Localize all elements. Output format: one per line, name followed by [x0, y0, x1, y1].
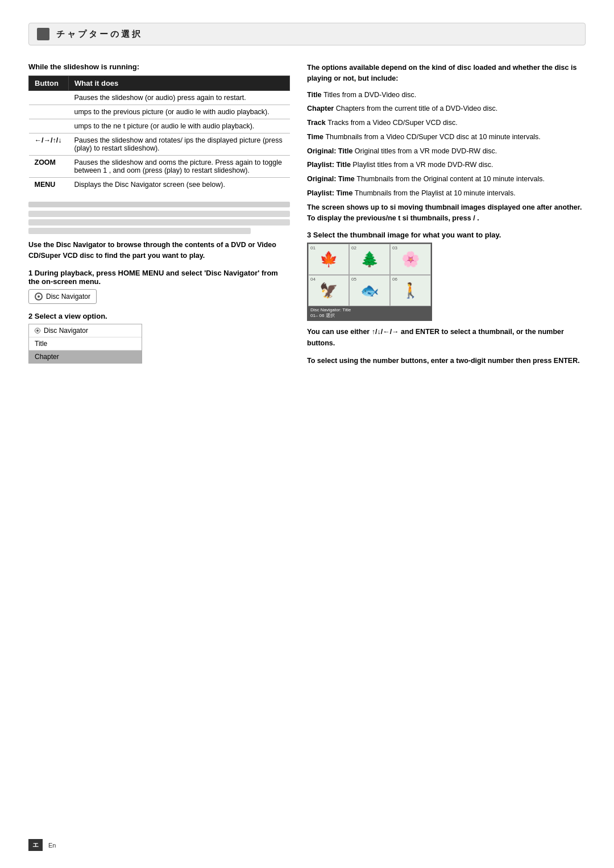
footer-lang: En: [48, 842, 56, 849]
table-row: Pauses the slideshow (or audio) press ag…: [29, 91, 290, 105]
left-column: While the slideshow is running: Button W…: [28, 62, 290, 373]
button-cell: ZOOM: [29, 156, 69, 178]
option-label: Track: [307, 119, 327, 127]
button-cell: [29, 119, 69, 133]
option-label: Playlist: Time: [307, 189, 355, 197]
page: チャプターの選択 While the slideshow is running:…: [0, 0, 614, 868]
thumb-icon: 🦅: [320, 282, 338, 299]
header-bar: チャプターの選択: [28, 23, 586, 45]
desc-cell: Pauses the slideshow (or audio) press ag…: [69, 91, 290, 105]
grey-line-2: [28, 219, 290, 226]
thumb-cell[interactable]: 01🍁: [308, 244, 349, 275]
option-desc: Titles from a DVD-Video disc.: [323, 91, 416, 99]
enter-desc: You can use either ↑/↓/←/→ and ENTER to …: [307, 327, 586, 349]
thumb-num: 01: [310, 245, 316, 251]
option-item: Track Tracks from a Video CD/Super VCD d…: [307, 118, 586, 128]
footer-page-label: エ: [28, 839, 43, 851]
option-item: Original: Time Thumbnails from the Origi…: [307, 174, 586, 185]
option-desc: Thumbnails from a Video CD/Super VCD dis…: [325, 133, 540, 141]
number-desc: To select using the number buttons, ente…: [307, 356, 586, 366]
thumb-num: 06: [392, 277, 397, 282]
header-title: チャプターの選択: [56, 29, 577, 40]
button-cell: MENU: [29, 178, 69, 192]
thumb-num: 03: [392, 245, 397, 251]
thumb-cell[interactable]: 06🚶: [390, 275, 431, 306]
desc-cell: Pauses the slideshow and rotates/ ips th…: [69, 133, 290, 156]
disc-navigator-button[interactable]: Disc Navigator: [28, 289, 97, 304]
menu-disc-nav[interactable]: Disc Navigator: [29, 324, 142, 337]
option-desc: Tracks from a Video CD/Super VCD disc.: [327, 119, 458, 127]
thumb-row-2: 04🦅05🐟06🚶: [308, 275, 431, 306]
thumb-row-1: 01🍁02🌲03🌸: [308, 244, 431, 275]
main-content: While the slideshow is running: Button W…: [28, 62, 586, 373]
step1-text: 1 During playback, press HOME MENU and s…: [28, 269, 290, 286]
button-cell: [29, 105, 69, 119]
col-button: Button: [29, 76, 69, 91]
table-row: MENUDisplays the Disc Navigator screen (…: [29, 178, 290, 192]
thumb-num: 05: [351, 277, 356, 282]
disc-nav-icon: [35, 293, 43, 301]
thumb-num: 04: [310, 277, 316, 282]
thumbnail-grid: 01🍁02🌲03🌸 04🦅05🐟06🚶 Disc Navigator: Titl…: [307, 243, 432, 321]
table-row: ←/→/↑/↓Pauses the slideshow and rotates/…: [29, 133, 290, 156]
options-intro: The options available depend on the kind…: [307, 62, 586, 84]
thumb-caption-line1: Disc Navigator: Title: [310, 307, 429, 312]
option-desc: Playlist titles from a VR mode DVD-RW di…: [352, 161, 493, 169]
disc-nav-desc: Use the Disc Navigator to browse through…: [28, 240, 290, 262]
disc-nav-label: Disc Navigator: [46, 293, 90, 301]
option-label: Title: [307, 91, 323, 99]
chapter-icon: [37, 28, 49, 40]
thumb-icon: 🌲: [360, 251, 379, 268]
button-table: Button What it does Pauses the slideshow…: [28, 76, 290, 191]
option-item: Playlist: Title Playlist titles from a V…: [307, 160, 586, 170]
step2-text: 2 Select a view option.: [28, 312, 290, 320]
desc-cell: umps to the ne t picture (or audio le wi…: [69, 119, 290, 133]
desc-cell: Displays the Disc Navigator screen (see …: [69, 178, 290, 192]
desc-cell: umps to the previous picture (or audio l…: [69, 105, 290, 119]
grey-line-1: [28, 211, 290, 217]
menu-chapter[interactable]: Chapter: [29, 350, 142, 363]
grey-line-3: [28, 228, 251, 234]
grey-separator: [28, 202, 290, 207]
option-label: Original: Title: [307, 147, 355, 155]
menu-chapter-label: Chapter: [35, 353, 59, 361]
step3-text: 3 Select the thumbnail image for what yo…: [307, 231, 586, 239]
footer: エ En: [28, 839, 56, 851]
option-item: Playlist: Time Thumbnails from the Playl…: [307, 188, 586, 199]
option-desc: Chapters from the current title of a DVD…: [336, 105, 498, 112]
thumb-caption: Disc Navigator: Title 01– 06 選択: [308, 306, 431, 320]
option-desc: Original titles from a VR mode DVD-RW di…: [355, 147, 497, 155]
thumb-icon: 🌸: [401, 251, 420, 268]
option-label: Playlist: Title: [307, 161, 352, 169]
menu-title[interactable]: Title: [29, 337, 142, 350]
option-label: Chapter: [307, 105, 336, 112]
thumb-cell[interactable]: 05🐟: [349, 275, 390, 306]
grey-text-block: [28, 211, 290, 234]
menu-disc-icon: [35, 328, 40, 333]
right-column: The options available depend on the kind…: [307, 62, 586, 373]
option-desc: Thumbnails from the Playlist at 10 minut…: [355, 189, 516, 197]
desc-cell: Pauses the slideshow and ooms the pictur…: [69, 156, 290, 178]
thumb-cell[interactable]: 04🦅: [308, 275, 349, 306]
option-item: Title Titles from a DVD-Video disc.: [307, 90, 586, 101]
table-row: umps to the previous picture (or audio l…: [29, 105, 290, 119]
thumb-cell[interactable]: 02🌲: [349, 244, 390, 275]
option-item: Chapter Chapters from the current title …: [307, 103, 586, 114]
view-option-menu: Disc Navigator Title Chapter: [28, 324, 142, 364]
option-label: Time: [307, 133, 325, 141]
table-row: umps to the ne t picture (or audio le wi…: [29, 119, 290, 133]
option-item: Time Thumbnails from a Video CD/Super VC…: [307, 132, 586, 143]
thumb-caption-line2: 01– 06 選択: [310, 312, 429, 319]
option-label: Original: Time: [307, 175, 356, 183]
table-row: ZOOMPauses the slideshow and ooms the pi…: [29, 156, 290, 178]
thumb-num: 02: [351, 245, 356, 251]
thumb-icon: 🐟: [360, 282, 379, 299]
menu-title-label: Title: [35, 340, 47, 348]
slideshow-heading: While the slideshow is running:: [28, 62, 290, 71]
option-item: Original: Title Original titles from a V…: [307, 146, 586, 157]
menu-disc-label: Disc Navigator: [44, 327, 88, 335]
option-desc: Thumbnails from the Original content at …: [356, 175, 545, 183]
button-cell: ←/→/↑/↓: [29, 133, 69, 156]
thumb-cell[interactable]: 03🌸: [390, 244, 431, 275]
options-list: Title Titles from a DVD-Video disc.Chapt…: [307, 90, 586, 199]
